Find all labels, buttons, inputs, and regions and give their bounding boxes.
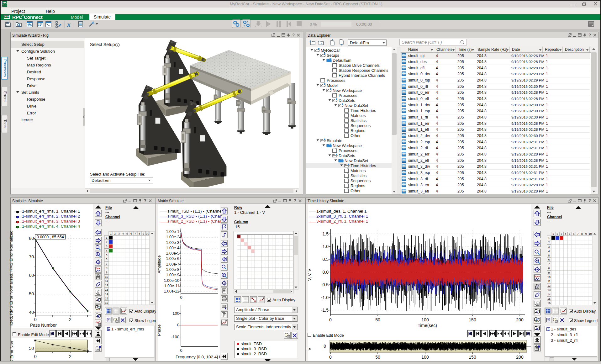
svg-text:16: 16: [105, 301, 108, 304]
svg-text:10: 10: [547, 276, 551, 279]
svg-text:4: 4: [106, 249, 107, 252]
svg-text:8: 8: [139, 232, 140, 235]
svg-text:8: 8: [581, 232, 583, 235]
svg-text:6: 6: [130, 232, 132, 235]
svg-text:1: 1: [548, 236, 550, 240]
svg-text:D: D: [548, 328, 550, 331]
svg-text:9: 9: [106, 271, 107, 274]
svg-text:HIDE: HIDE: [535, 321, 540, 323]
svg-text:6: 6: [106, 258, 107, 261]
svg-text:9: 9: [548, 271, 550, 274]
svg-text:D/T: D/T: [536, 318, 539, 320]
svg-text:11: 11: [105, 279, 108, 282]
svg-text:13: 13: [105, 288, 108, 291]
svg-text:15: 15: [105, 297, 108, 300]
svg-text:HIDE: HIDE: [96, 309, 100, 310]
svg-text:1: 1: [552, 232, 554, 235]
svg-text:13: 13: [547, 288, 551, 292]
svg-text:5: 5: [548, 254, 550, 257]
svg-text:10: 10: [588, 232, 592, 235]
svg-text:D: D: [108, 328, 110, 331]
svg-text:6: 6: [548, 258, 550, 261]
svg-text:3: 3: [106, 245, 107, 248]
svg-text:15: 15: [547, 297, 551, 300]
svg-text:4: 4: [548, 250, 550, 253]
svg-text:9: 9: [143, 232, 144, 235]
svg-text:2: 2: [114, 232, 116, 235]
svg-text:7: 7: [134, 232, 136, 235]
svg-text:0.0000 , 85.6541: 0.0000 , 85.6541: [37, 235, 66, 239]
svg-text:9: 9: [585, 232, 587, 235]
svg-text:2: 2: [556, 232, 558, 235]
svg-text:2: 2: [106, 240, 107, 244]
svg-text:5: 5: [569, 232, 570, 235]
svg-text:D: D: [536, 310, 538, 313]
svg-text:D: D: [547, 319, 549, 321]
svg-text:4: 4: [122, 232, 124, 235]
svg-text:14: 14: [105, 293, 108, 296]
svg-text:7: 7: [577, 232, 579, 235]
svg-text:14: 14: [547, 293, 551, 296]
svg-text:12: 12: [547, 284, 551, 287]
svg-text:16: 16: [547, 302, 551, 305]
svg-text:3: 3: [548, 245, 550, 248]
svg-text:12: 12: [105, 284, 108, 287]
svg-text:11: 11: [547, 280, 550, 283]
svg-text:8: 8: [106, 266, 107, 270]
svg-text:3: 3: [118, 232, 120, 235]
svg-text:D: D: [97, 299, 99, 302]
svg-text:4: 4: [565, 232, 566, 235]
svg-text:x: x: [67, 21, 71, 28]
svg-text:3: 3: [561, 232, 562, 235]
svg-text:1: 1: [106, 236, 107, 239]
svg-text:10: 10: [105, 275, 108, 278]
svg-text:7: 7: [106, 262, 107, 265]
svg-text:7: 7: [548, 262, 550, 266]
svg-text:1: 1: [110, 232, 112, 235]
svg-text:10: 10: [146, 232, 149, 235]
svg-text:5: 5: [126, 232, 128, 235]
svg-text:6: 6: [573, 232, 575, 235]
svg-text:D/T: D/T: [97, 306, 100, 308]
svg-text:D: D: [108, 319, 109, 321]
svg-text:8: 8: [548, 267, 550, 270]
svg-text:5: 5: [106, 254, 107, 257]
svg-text:2: 2: [548, 241, 550, 244]
